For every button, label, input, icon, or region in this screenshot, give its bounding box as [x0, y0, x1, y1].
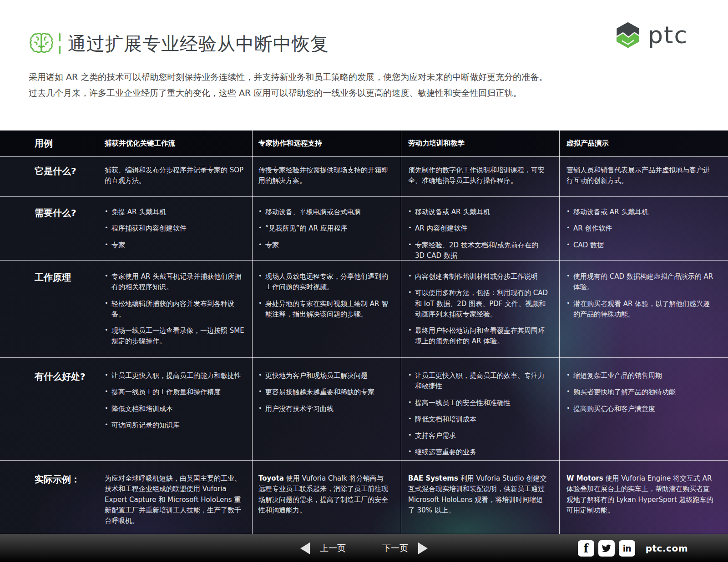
brain-icon: [29, 31, 54, 56]
bullet-item: 轻松地编辑所捕获的内容并发布到各种设备。: [105, 299, 244, 320]
bullet-item: 程序捕获和内容创建软件: [105, 223, 244, 234]
row-label: 需要什么?: [0, 197, 105, 260]
cell-text: 捕获、编辑和发布分步程序并记录专家的 SOP 的直观方法。: [105, 157, 253, 196]
page-title: 通过扩展专业经验从中断中恢复: [68, 31, 329, 56]
column-header-demo: 虚拟产品演示: [560, 139, 728, 148]
bullet-item: 使用现有的 CAD 数据构建虚拟产品演示的 AR 体验。: [566, 271, 714, 293]
prev-page-button[interactable]: 上一页: [300, 542, 346, 554]
bullet-item: 专家: [258, 240, 389, 251]
table-row-benefit: 有什么好处? 让员工更快入职，提高员工的能力和敏捷性提高一线员工的工作质量和操作…: [0, 358, 728, 461]
bullet-item: 移动设备或 AR 头戴耳机: [408, 207, 549, 217]
bullet-item: 继续运营重要的业务: [408, 447, 549, 457]
bullet-item: 身处异地的专家在实时视频上绘制 AR 智能注释，指出解决该问题的步骤。: [258, 299, 389, 320]
cell-bullets: 免提 AR 头戴耳机程序捕获和内容创建软件专家: [105, 197, 253, 260]
bullet-item: 降低文档和培训成本: [105, 404, 244, 414]
bullet-item: 更容易接触越来越重要和稀缺的专家: [258, 387, 389, 397]
cell-example: 为应对全球呼吸机短缺，由英国主要的工业、技术和工程企业组成的联盟使用 Vufor…: [105, 461, 253, 534]
column-divider: [559, 130, 560, 534]
table-row-need: 需要什么? 免提 AR 头戴耳机程序捕获和内容创建软件专家 移动设备、平板电脑或…: [0, 197, 728, 261]
cell-text: 传授专家经验并按需提供现场支持的开箱即用的解决方案。: [253, 157, 401, 196]
bullet-item: 购买者更快地了解产品的独特功能: [566, 387, 714, 397]
bullet-item: 缩短复杂工业产品的销售周期: [566, 371, 714, 381]
prev-page-label: 上一页: [320, 542, 346, 554]
bullet-item: CAD 数据: [566, 240, 714, 251]
bullet-item: 降低文档和培训成本: [408, 414, 549, 425]
prev-arrow-icon: [300, 542, 310, 554]
row-label: 有什么好处?: [0, 358, 105, 460]
column-divider: [401, 130, 401, 534]
column-header-training: 劳动力培训和教学: [401, 139, 560, 148]
cell-example: BAE Systems 利用 Vuforia Studio 创建交互式混合现实培…: [401, 461, 560, 534]
linkedin-icon[interactable]: in: [619, 540, 635, 557]
ptc-hexagon-icon: [614, 21, 642, 49]
cell-bullets: 使用现有的 CAD 数据构建虚拟产品演示的 AR 体验。潜在购买者观看 AR 体…: [560, 261, 728, 357]
bullet-item: 更快地为客户和现场员工解决问题: [258, 371, 389, 381]
bullet-item: 现场一线员工一边查看录像，一边按照 SME 规定的步骤操作。: [105, 326, 244, 347]
cell-bullets: 移动设备或 AR 头戴耳机AR 内容创建软件专家经验、2D 技术文档和/或先前存…: [401, 197, 560, 260]
cell-bullets: 让员工更快入职，提高员工的能力和敏捷性提高一线员工的工作质量和操作精度降低文档和…: [105, 358, 253, 460]
cell-bullets: 移动设备、平板电脑或台式电脑“见我所见”的 AR 应用程序专家: [253, 197, 401, 260]
bullet-item: 可访问所记录的知识库: [105, 420, 244, 431]
bullet-item: 现场人员致电远程专家，分享他们遇到的工作问题的实时视频。: [258, 271, 389, 293]
next-arrow-icon: [418, 542, 428, 554]
facebook-icon[interactable]: f: [578, 540, 594, 557]
use-case-table: 用例 捕获并优化关键工作流 专家协作和远程支持 劳动力培训和教学 虚拟产品演示 …: [0, 130, 728, 534]
cell-bullets: 现场人员致电远程专家，分享他们遇到的工作问题的实时视频。身处异地的专家在实时视频…: [253, 261, 401, 357]
bullet-item: 提高购买信心和客户满意度: [566, 404, 714, 414]
row-label: 它是什么?: [0, 157, 105, 196]
cell-example: W Motors 使用 Vuforia Engine 将交互式 AR 体验叠加在…: [560, 461, 728, 534]
bullet-item: 可以使用多种方法，包括：利用现有的 CAD 和 IoT 数据、2D 图表、PDF…: [408, 288, 549, 320]
bullet-item: 内容创建者制作培训材料或分步工作说明: [408, 271, 549, 282]
column-header-capture: 捕获并优化关键工作流: [105, 139, 253, 148]
bullet-item: 专家: [105, 240, 244, 251]
page-header: 通过扩展专业经验从中断中恢复 ptc 采用诸如 AR 之类的技术可以帮助您时刻保…: [0, 0, 728, 130]
bullet-item: 移动设备或 AR 头戴耳机: [566, 207, 714, 217]
bullet-item: 专家经验、2D 技术文档和/或先前存在的 3D CAD 数据: [408, 240, 549, 261]
column-header-collab: 专家协作和远程支持: [253, 139, 401, 148]
intro-line-2: 过去几个月来，许多工业企业经历了重大的变化，这些 AR 应用可以帮助您的一线业务…: [29, 85, 693, 101]
bullet-item: “见我所见”的 AR 应用程序: [258, 223, 389, 234]
table-row-what: 它是什么? 捕获、编辑和发布分步程序并记录专家的 SOP 的直观方法。 传授专家…: [0, 157, 728, 197]
title-row: 通过扩展专业经验从中断中恢复: [29, 31, 329, 56]
bullet-item: 最终用户轻松地访问和查看覆盖在其周围环境上的预先创作的 AR 体验。: [408, 326, 549, 347]
bullet-item: 专家使用 AR 头戴耳机记录并捕获他们所拥有的相关程序知识。: [105, 271, 244, 293]
corner-label: 用例: [0, 137, 105, 150]
cell-text: 营销人员和销售代表展示产品并虚拟地与客户进行互动的创新方式。: [560, 157, 728, 196]
twitter-icon[interactable]: [598, 540, 615, 557]
bullet-item: 支持客户需求: [408, 431, 549, 441]
bullet-item: 用户没有技术学习曲线: [258, 404, 389, 414]
intro-line-1: 采用诸如 AR 之类的技术可以帮助您时刻保持业务连续性，并支持新业务和员工策略的…: [29, 69, 693, 85]
social-links: f in ptc.com: [578, 534, 688, 562]
table-row-example: 实际示例： 为应对全球呼吸机短缺，由英国主要的工业、技术和工程企业组成的联盟使用…: [0, 461, 728, 534]
cell-bullets: 内容创建者制作培训材料或分步工作说明可以使用多种方法，包括：利用现有的 CAD …: [401, 261, 560, 357]
bullet-item: AR 内容创建软件: [408, 223, 549, 234]
bullet-item: AR 创作软件: [566, 223, 714, 234]
dashed-separator: [59, 33, 61, 54]
cell-text: 预先制作的数字化工作说明和培训课程，可安全、准确地指导员工执行操作程序。: [401, 157, 560, 196]
table-header-row: 用例 捕获并优化关键工作流 专家协作和远程支持 劳动力培训和教学 虚拟产品演示: [0, 130, 728, 157]
bullet-item: 提高一线员工的工作质量和操作精度: [105, 387, 244, 397]
cell-bullets: 专家使用 AR 头戴耳机记录并捕获他们所拥有的相关程序知识。轻松地编辑所捕获的内…: [105, 261, 253, 357]
column-divider: [252, 130, 253, 534]
next-page-button[interactable]: 下一页: [382, 542, 428, 554]
footer-bar: 上一页 下一页 f in ptc.com: [0, 534, 728, 562]
row-label: 工作原理: [0, 261, 105, 357]
cell-bullets: 缩短复杂工业产品的销售周期购买者更快地了解产品的独特功能提高购买信心和客户满意度: [560, 358, 728, 460]
bullet-item: 潜在购买者观看 AR 体验，以了解他们感兴趣的产品的特殊功能。: [566, 299, 714, 320]
ptc-logo-text: ptc: [648, 23, 688, 47]
bullet-item: 移动设备、平板电脑或台式电脑: [258, 207, 389, 217]
cell-bullets: 移动设备或 AR 头戴耳机AR 创作软件CAD 数据: [560, 197, 728, 260]
bullet-item: 免提 AR 头戴耳机: [105, 207, 244, 217]
intro-paragraph: 采用诸如 AR 之类的技术可以帮助您时刻保持业务连续性，并支持新业务和员工策略的…: [29, 69, 693, 101]
next-page-label: 下一页: [382, 542, 408, 554]
bullet-item: 让员工更快入职，提高员工的效率、专注力和敏捷性: [408, 371, 549, 392]
bullet-item: 提高一线员工的安全性和准确性: [408, 398, 549, 408]
table-row-how: 工作原理 专家使用 AR 头戴耳机记录并捕获他们所拥有的相关程序知识。轻松地编辑…: [0, 261, 728, 358]
cell-bullets: 更快地为客户和现场员工解决问题更容易接触越来越重要和稀缺的专家用户没有技术学习曲…: [253, 358, 401, 460]
row-label: 实际示例：: [0, 461, 105, 534]
cell-example: Toyota 使用 Vuforia Chalk 将分销商与远程专业员工联系起来，…: [253, 461, 401, 534]
ptc-com-link[interactable]: ptc.com: [646, 543, 688, 554]
ptc-logo: ptc: [614, 21, 688, 49]
bullet-item: 让员工更快入职，提高员工的能力和敏捷性: [105, 371, 244, 381]
cell-bullets: 让员工更快入职，提高员工的效率、专注力和敏捷性提高一线员工的安全性和准确性降低文…: [401, 358, 560, 460]
